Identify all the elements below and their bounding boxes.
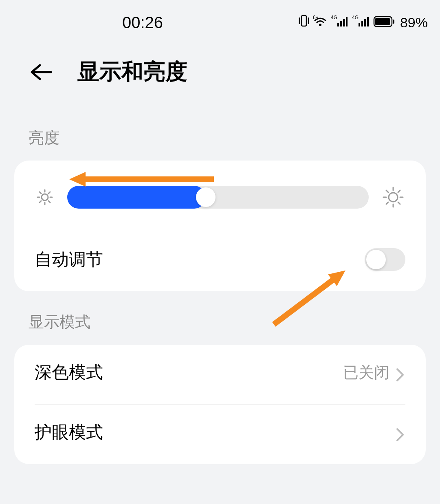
brightness-card: 自动调节	[14, 161, 426, 291]
svg-line-23	[40, 192, 41, 194]
signal-1-icon: 4G	[331, 15, 349, 31]
svg-line-25	[48, 192, 50, 194]
battery-percent: 89%	[400, 15, 428, 31]
sun-high-icon	[381, 185, 405, 209]
svg-rect-8	[343, 19, 345, 26]
eye-comfort-row[interactable]: 护眼模式	[14, 405, 426, 464]
svg-rect-9	[346, 17, 348, 26]
brightness-slider-thumb[interactable]	[196, 187, 216, 207]
svg-text:4G: 4G	[352, 15, 359, 20]
status-time: 00:26	[122, 13, 163, 32]
svg-line-34	[398, 190, 400, 192]
dark-mode-label: 深色模式	[35, 361, 103, 384]
brightness-slider[interactable]	[67, 186, 369, 209]
brightness-slider-row	[14, 161, 426, 232]
svg-line-33	[398, 202, 400, 204]
svg-rect-11	[359, 23, 360, 26]
auto-adjust-toggle[interactable]	[365, 248, 405, 271]
chevron-right-icon	[396, 427, 405, 437]
svg-text:4G: 4G	[331, 15, 337, 20]
svg-line-26	[40, 201, 41, 202]
svg-rect-17	[393, 20, 394, 24]
svg-rect-12	[361, 21, 363, 26]
svg-point-27	[389, 193, 398, 202]
battery-icon	[373, 15, 395, 31]
display-mode-card: 深色模式 已关闭 护眼模式	[14, 345, 426, 464]
chevron-right-icon	[396, 368, 405, 377]
dark-mode-row[interactable]: 深色模式 已关闭	[14, 345, 426, 404]
page-title: 显示和亮度	[77, 57, 187, 87]
wifi-icon: 6+	[313, 15, 328, 31]
signal-2-icon: 4G	[352, 15, 370, 31]
toggle-thumb	[366, 250, 386, 269]
svg-rect-13	[364, 19, 366, 26]
auto-adjust-label: 自动调节	[35, 248, 103, 271]
svg-line-32	[386, 190, 388, 192]
auto-adjust-row: 自动调节	[14, 232, 426, 291]
back-button[interactable]	[29, 60, 53, 84]
dark-mode-value: 已关闭	[343, 362, 389, 383]
svg-rect-6	[337, 23, 339, 26]
svg-line-24	[48, 201, 50, 202]
svg-rect-16	[375, 18, 390, 25]
svg-point-18	[42, 194, 48, 200]
status-indicators: 6+ 4G 4G 89%	[298, 14, 428, 31]
status-bar: 00:26 6+ 4G 4G 89%	[0, 0, 440, 45]
svg-point-4	[319, 24, 321, 26]
eye-comfort-label: 护眼模式	[35, 421, 103, 444]
sun-low-icon	[35, 187, 55, 207]
section-label-display-mode: 显示模式	[0, 291, 440, 345]
svg-rect-14	[367, 17, 369, 26]
header: 显示和亮度	[0, 45, 440, 107]
svg-rect-0	[301, 15, 306, 26]
section-label-brightness: 亮度	[0, 107, 440, 161]
brightness-slider-fill	[67, 186, 206, 209]
svg-rect-7	[340, 21, 342, 26]
svg-line-35	[386, 202, 388, 204]
vibrate-icon	[298, 14, 310, 31]
